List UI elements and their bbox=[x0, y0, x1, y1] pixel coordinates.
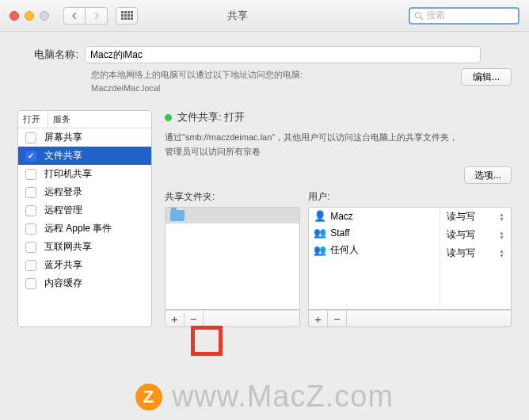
stepper-icon[interactable]: ▲▼ bbox=[499, 249, 504, 258]
permission-item[interactable]: 读与写▲▼ bbox=[440, 226, 511, 244]
sidebar-item-remote-management[interactable]: 远程管理 bbox=[18, 201, 151, 220]
status-description: 通过"smb://maczdeimac.lan"，其他用户可以访问这台电脑上的共… bbox=[165, 131, 466, 158]
user-name: 任何人 bbox=[330, 243, 359, 257]
services-sidebar: 打开 服务 屏幕共享 文件共享 打印机共享 远程登录 远程管理 远程 Apple… bbox=[17, 110, 152, 327]
sidebar-item-bluetooth-sharing[interactable]: 蓝牙共享 bbox=[18, 256, 151, 274]
status-dot-icon bbox=[165, 114, 172, 121]
desc-line-1: 您的本地网络上的电脑可以通过以下地址访问您的电脑: bbox=[91, 70, 303, 79]
users-list: 👤Macz 👥Staff 👥任何人 bbox=[309, 208, 440, 309]
user-item[interactable]: 👤Macz bbox=[309, 208, 440, 224]
perm-label: 读与写 bbox=[447, 246, 475, 260]
search-icon bbox=[414, 11, 424, 21]
sidebar-item-label: 远程登录 bbox=[44, 185, 82, 199]
computer-name-value: Macz的iMac bbox=[90, 48, 143, 62]
sidebar-item-printer-sharing[interactable]: 打印机共享 bbox=[18, 165, 151, 183]
status-title: 文件共享: 打开 bbox=[177, 110, 245, 124]
window-title: 共享 bbox=[67, 9, 409, 23]
shared-folders-label: 共享文件夹: bbox=[165, 190, 300, 204]
sidebar-header: 打开 服务 bbox=[18, 111, 151, 128]
shared-folders-list[interactable] bbox=[165, 207, 300, 310]
col-service: 服务 bbox=[48, 111, 151, 128]
checkbox[interactable] bbox=[25, 169, 36, 180]
sidebar-item-label: 远程 Apple 事件 bbox=[44, 222, 112, 235]
svg-point-0 bbox=[416, 12, 421, 17]
sharing-prefs-window: 共享 搜索 电脑名称: Macz的iMac 您的本地网络上的电脑可以通过以下地址… bbox=[0, 0, 529, 420]
checkbox[interactable] bbox=[25, 132, 36, 143]
checkbox[interactable] bbox=[25, 205, 36, 216]
permission-item[interactable]: 读与写▲▼ bbox=[440, 208, 511, 226]
perm-label: 读与写 bbox=[447, 228, 475, 242]
permission-item[interactable]: 读与写▲▼ bbox=[440, 244, 511, 262]
zoom-icon bbox=[40, 11, 49, 21]
checkbox[interactable] bbox=[25, 260, 36, 271]
edit-button[interactable]: 编辑... bbox=[461, 68, 512, 86]
sidebar-item-label: 屏幕共享 bbox=[44, 131, 82, 144]
computer-name-label: 电脑名称: bbox=[17, 48, 85, 62]
search-placeholder: 搜索 bbox=[426, 9, 445, 22]
sidebar-item-label: 远程管理 bbox=[44, 204, 82, 217]
columns-row: 共享文件夹: + − 用户: bbox=[165, 190, 512, 327]
sidebar-item-screen-sharing[interactable]: 屏幕共享 bbox=[18, 128, 151, 147]
users-button-bar: + − bbox=[308, 310, 512, 327]
search-input[interactable]: 搜索 bbox=[409, 7, 519, 25]
computer-name-row: 电脑名称: Macz的iMac bbox=[17, 46, 512, 63]
sidebar-item-file-sharing[interactable]: 文件共享 bbox=[18, 147, 151, 165]
permissions-column: 读与写▲▼ 读与写▲▼ 读与写▲▼ bbox=[440, 208, 511, 309]
sidebar-item-label: 蓝牙共享 bbox=[44, 258, 82, 272]
user-name: Staff bbox=[330, 227, 349, 239]
user-item[interactable]: 👥Staff bbox=[309, 224, 440, 241]
sidebar-item-label: 文件共享 bbox=[44, 149, 82, 162]
remove-user-button[interactable]: − bbox=[328, 311, 347, 326]
main-row: 打开 服务 屏幕共享 文件共享 打印机共享 远程登录 远程管理 远程 Apple… bbox=[17, 110, 512, 327]
description-row: 您的本地网络上的电脑可以通过以下地址访问您的电脑: MaczdeiMac.loc… bbox=[17, 68, 512, 94]
users-label: 用户: bbox=[308, 190, 512, 204]
shared-folders-column: 共享文件夹: + − bbox=[165, 190, 300, 327]
options-button[interactable]: 选项... bbox=[464, 166, 512, 184]
remove-folder-button[interactable]: − bbox=[185, 311, 204, 326]
users-inner: 👤Macz 👥Staff 👥任何人 读与写▲▼ 读与写▲▼ 读与写▲▼ bbox=[309, 208, 511, 309]
users-column: 用户: 👤Macz 👥Staff 👥任何人 读与写▲▼ bbox=[308, 190, 512, 327]
sidebar-item-label: 打印机共享 bbox=[44, 167, 92, 181]
stepper-icon[interactable]: ▲▼ bbox=[499, 231, 504, 240]
user-item[interactable]: 👥任何人 bbox=[309, 241, 440, 259]
description-text: 您的本地网络上的电脑可以通过以下地址访问您的电脑: MaczdeiMac.loc… bbox=[91, 68, 303, 94]
checkbox[interactable] bbox=[25, 187, 36, 198]
watermark-text: www.MacZ.com bbox=[172, 380, 394, 414]
titlebar: 共享 搜索 bbox=[0, 0, 529, 32]
folders-button-bar: + − bbox=[165, 310, 300, 327]
add-user-button[interactable]: + bbox=[309, 311, 328, 326]
sidebar-item-label: 互联网共享 bbox=[44, 240, 92, 254]
sidebar-item-remote-apple-events[interactable]: 远程 Apple 事件 bbox=[18, 220, 151, 238]
people-icon: 👥 bbox=[314, 244, 326, 256]
computer-name-input[interactable]: Macz的iMac bbox=[85, 46, 481, 63]
user-name: Macz bbox=[330, 211, 353, 222]
svg-line-1 bbox=[421, 17, 423, 20]
person-icon: 👤 bbox=[314, 210, 326, 222]
desc-line-2: MaczdeiMac.local bbox=[91, 83, 160, 93]
users-list-box[interactable]: 👤Macz 👥Staff 👥任何人 读与写▲▼ 读与写▲▼ 读与写▲▼ bbox=[308, 207, 512, 310]
add-folder-button[interactable]: + bbox=[166, 311, 185, 326]
window-controls bbox=[10, 11, 49, 21]
minimize-icon[interactable] bbox=[25, 11, 34, 21]
right-pane: 文件共享: 打开 通过"smb://maczdeimac.lan"，其他用户可以… bbox=[165, 110, 512, 327]
watermark: Z www.MacZ.com bbox=[0, 380, 529, 414]
sidebar-item-content-caching[interactable]: 内容缓存 bbox=[18, 274, 151, 292]
perm-label: 读与写 bbox=[447, 210, 475, 223]
checkbox[interactable] bbox=[25, 242, 36, 253]
sidebar-item-remote-login[interactable]: 远程登录 bbox=[18, 183, 151, 201]
sidebar-item-label: 内容缓存 bbox=[44, 277, 82, 290]
folder-icon bbox=[170, 210, 185, 221]
options-row: 选项... bbox=[165, 166, 512, 184]
stepper-icon[interactable]: ▲▼ bbox=[499, 212, 504, 222]
checkbox[interactable] bbox=[25, 151, 36, 162]
people-icon: 👥 bbox=[314, 227, 326, 239]
checkbox[interactable] bbox=[25, 278, 36, 289]
content-area: 电脑名称: Macz的iMac 您的本地网络上的电脑可以通过以下地址访问您的电脑… bbox=[0, 32, 529, 335]
status-row: 文件共享: 打开 bbox=[165, 110, 512, 124]
col-open: 打开 bbox=[18, 111, 48, 128]
folder-item[interactable] bbox=[166, 208, 299, 223]
close-icon[interactable] bbox=[10, 11, 19, 21]
z-logo-icon: Z bbox=[135, 384, 162, 410]
checkbox[interactable] bbox=[25, 223, 36, 235]
sidebar-item-internet-sharing[interactable]: 互联网共享 bbox=[18, 238, 151, 256]
